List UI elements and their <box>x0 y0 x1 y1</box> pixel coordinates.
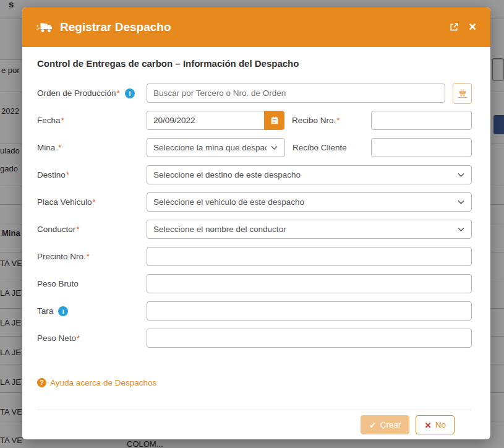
required-asterisk: * <box>77 334 80 343</box>
minecart-button[interactable] <box>453 83 472 104</box>
peso-bruto-input[interactable] <box>147 274 472 293</box>
destino-selected-value: Seleccione el destino de este despacho <box>153 170 453 179</box>
modal-body: Control de Entregas de carbon – Informac… <box>22 47 490 439</box>
mina-label-text: Mina <box>37 143 58 152</box>
expand-icon[interactable] <box>449 22 459 32</box>
orden-produccion-input[interactable] <box>147 84 445 103</box>
required-asterisk: * <box>76 225 79 234</box>
required-asterisk: * <box>66 170 69 179</box>
required-asterisk: * <box>87 252 90 261</box>
chevron-down-icon <box>457 171 465 179</box>
peso-bruto-label: Peso Bruto <box>37 279 147 288</box>
fecha-input[interactable] <box>147 111 264 130</box>
close-icon[interactable]: ✕ <box>469 22 477 32</box>
calendar-button[interactable] <box>264 111 284 130</box>
mina-selected-value: Seleccione la mina que despac <box>153 143 267 152</box>
mina-label: Mina * <box>37 143 147 152</box>
conductor-selected-value: Seleccione el nombre del conductor <box>153 225 453 234</box>
recibo-cliente-input[interactable] <box>371 138 472 157</box>
fecha-label: Fecha* <box>37 116 147 125</box>
mina-select[interactable]: Seleccione la mina que despac <box>147 138 285 157</box>
placa-selected-value: Seleccione el vehiculo de este despacho <box>153 197 453 207</box>
form-row-placa: Placa Vehiculo* Seleccione el vehiculo d… <box>37 192 472 212</box>
fecha-input-group <box>147 111 284 130</box>
conductor-label-text: Conductor <box>37 225 75 234</box>
modal-title: Registrar Despacho <box>60 20 171 34</box>
conductor-select[interactable]: Seleccione el nombre del conductor <box>147 220 472 239</box>
fecha-label-text: Fecha <box>37 116 61 125</box>
form-row-precinto: Precinto Nro.* <box>37 247 472 266</box>
tara-label-text: Tara <box>37 306 53 316</box>
required-asterisk: * <box>58 143 61 152</box>
peso-neto-label-text: Peso Neto <box>37 334 76 343</box>
form-row-conductor: Conductor* Seleccione el nombre del cond… <box>37 220 472 239</box>
placa-select[interactable]: Seleccione el vehiculo de este despacho <box>147 192 472 212</box>
no-button[interactable]: ✕ No <box>416 415 455 434</box>
form-row-mina: Mina * Seleccione la mina que despac Rec… <box>37 138 472 157</box>
crear-button-label: Crear <box>380 420 401 429</box>
no-button-label: No <box>435 420 446 429</box>
required-asterisk: * <box>93 197 96 207</box>
x-icon: ✕ <box>424 420 431 430</box>
orden-label: Orden de Producción* i <box>37 88 147 98</box>
info-icon[interactable]: i <box>125 88 135 98</box>
section-heading: Control de Entregas de carbon – Informac… <box>37 58 472 69</box>
chevron-down-icon <box>457 225 465 233</box>
recibo-nro-label-text: Recibo Nro. <box>292 116 336 125</box>
crear-button[interactable]: ✓ Crear <box>361 415 409 434</box>
info-icon[interactable]: i <box>58 306 68 316</box>
destino-select[interactable]: Seleccione el destino de este despacho <box>147 165 472 184</box>
chevron-down-icon <box>270 144 278 152</box>
form-row-peso-bruto: Peso Bruto <box>37 274 472 293</box>
help-link-text: Ayuda acerca de Despachos <box>50 378 156 387</box>
registrar-despacho-modal: Registrar Despacho ✕ Control de Entregas… <box>22 7 490 439</box>
precinto-label-text: Precinto Nro. <box>37 252 86 261</box>
placa-label: Placa Vehiculo* <box>37 197 147 207</box>
form-row-peso-neto: Peso Neto* <box>37 329 472 348</box>
dump-truck-icon <box>36 21 53 34</box>
help-link[interactable]: ? Ayuda acerca de Despachos <box>37 378 156 387</box>
recibo-cliente-label: Recibo Cliente <box>293 143 347 152</box>
modal-footer: ✓ Crear ✕ No <box>37 410 472 439</box>
peso-neto-input[interactable] <box>147 329 472 348</box>
tara-label: Tara i <box>37 306 147 316</box>
question-circle-icon: ? <box>37 378 46 387</box>
precinto-label: Precinto Nro.* <box>37 252 147 261</box>
destino-label: Destino* <box>37 170 147 179</box>
recibo-nro-input[interactable] <box>371 111 472 130</box>
modal-header: Registrar Despacho ✕ <box>22 7 490 47</box>
required-asterisk: * <box>117 88 120 98</box>
form-row-destino: Destino* Seleccione el destino de este d… <box>37 165 472 184</box>
tara-input[interactable] <box>147 301 472 321</box>
orden-label-text: Orden de Producción <box>37 88 116 98</box>
form-row-tara: Tara i <box>37 301 472 321</box>
chevron-down-icon <box>457 198 465 206</box>
recibo-nro-label: Recibo Nro.* <box>292 116 340 125</box>
check-icon: ✓ <box>369 420 376 430</box>
form-row-orden: Orden de Producción* i <box>37 84 472 103</box>
precinto-nro-input[interactable] <box>147 247 472 266</box>
destino-label-text: Destino <box>37 170 66 179</box>
placa-label-text: Placa Vehiculo <box>37 197 92 207</box>
peso-neto-label: Peso Neto* <box>37 334 147 343</box>
form-row-fecha: Fecha* Recibo Nro.* <box>37 111 472 130</box>
conductor-label: Conductor* <box>37 225 147 234</box>
required-asterisk: * <box>61 116 64 125</box>
required-asterisk: * <box>336 116 340 125</box>
peso-bruto-label-text: Peso Bruto <box>37 279 79 288</box>
